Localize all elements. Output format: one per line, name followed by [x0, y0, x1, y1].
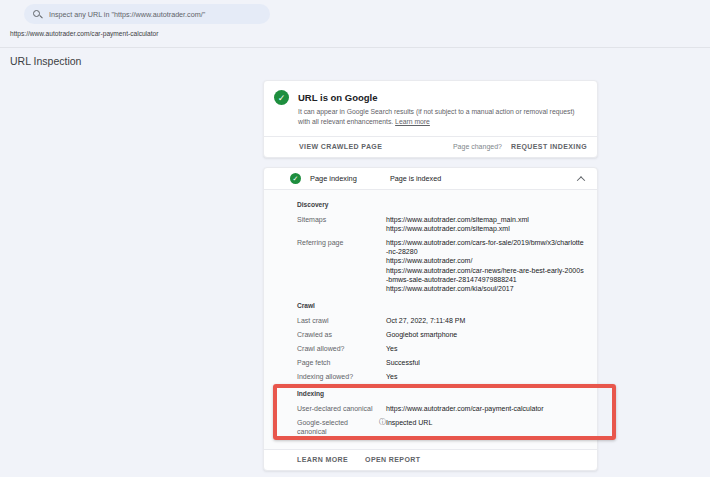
crawl-allowed-row: Crawl allowed? Yes	[297, 344, 585, 353]
user-declared-canonical-label: User-declared canonical	[297, 404, 386, 413]
learn-more-button[interactable]: LEARN MORE	[297, 456, 348, 463]
page-fetch-label: Page fetch	[297, 358, 386, 367]
request-indexing-button[interactable]: REQUEST INDEXING	[511, 143, 587, 150]
page-fetch-row: Page fetch Successful	[297, 358, 585, 367]
verdict-description: It can appear in Google Search results (…	[298, 107, 576, 126]
crawl-allowed-value: Yes	[386, 344, 397, 353]
referring-page-label: Referring page	[297, 238, 386, 293]
open-report-button[interactable]: OPEN REPORT	[365, 456, 420, 463]
indexing-section: Indexing User-declared canonical https:/…	[297, 390, 585, 436]
referring-url: https://www.autotrader.com/	[386, 256, 585, 265]
crawled-as-label: Crawled as	[297, 330, 386, 339]
sitemaps-row: Sitemaps https://www.autotrader.com/site…	[297, 215, 585, 233]
user-declared-canonical-value: https://www.autotrader.com/car-payment-c…	[386, 404, 544, 413]
sitemap-url: https://www.autotrader.com/sitemap.xml	[386, 224, 529, 233]
breadcrumb: https://www.autotrader.com/car-payment-c…	[10, 30, 158, 37]
page-indexing-footer: LEARN MORE OPEN REPORT	[264, 449, 597, 470]
page-indexing-title: Page indexing	[310, 174, 390, 183]
referring-url: https://www.autotrader.com/car-news/here…	[386, 266, 585, 284]
indexing-section-header: Indexing	[297, 390, 585, 397]
search-icon	[33, 10, 42, 19]
crawled-as-row: Crawled as Googlebot smartphone	[297, 330, 585, 339]
referring-url: https://www.autotrader.com/kia/soul/2017	[386, 284, 585, 293]
google-selected-canonical-label: Google-selected canonical ⓘ	[297, 418, 386, 436]
indexing-allowed-row: Indexing allowed? Yes	[297, 372, 585, 381]
page-fetch-value: Successful	[386, 358, 420, 367]
verdict-header: ✓ URL is on Google It can appear in Goog…	[264, 81, 597, 136]
verdict-card: ✓ URL is on Google It can appear in Goog…	[263, 80, 598, 158]
referring-page-row: Referring page https://www.autotrader.co…	[297, 238, 585, 293]
page-title: URL Inspection	[10, 55, 81, 67]
referring-url: https://www.autotrader.com/cars-for-sale…	[386, 238, 585, 256]
page-indexing-header[interactable]: ✓ Page indexing Page is indexed	[264, 168, 597, 189]
verdict-footer: VIEW CRAWLED PAGE Page changed? REQUEST …	[264, 136, 597, 157]
view-crawled-page-button[interactable]: VIEW CRAWLED PAGE	[299, 143, 382, 150]
indexing-allowed-label: Indexing allowed?	[297, 372, 386, 381]
verdict-title: URL is on Google	[298, 92, 576, 103]
top-divider	[0, 47, 710, 48]
verdict-text: URL is on Google It can appear in Google…	[298, 90, 576, 126]
url-inspection-screen: https://www.autotrader.com/car-payment-c…	[0, 0, 710, 477]
indexing-allowed-value: Yes	[386, 372, 397, 381]
page-indexing-status: Page is indexed	[390, 174, 441, 183]
last-crawl-value: Oct 27, 2022, 7:11:48 PM	[386, 316, 465, 325]
sitemaps-label: Sitemaps	[297, 215, 386, 233]
verdict-footer-right: Page changed? REQUEST INDEXING	[453, 143, 587, 150]
check-circle-icon: ✓	[274, 90, 289, 105]
url-inspect-search-bar[interactable]	[24, 4, 270, 24]
chevron-up-icon[interactable]	[577, 176, 585, 184]
google-selected-canonical-value: Inspected URL	[386, 418, 432, 436]
crawl-section-header: Crawl	[297, 302, 585, 309]
verdict-description-text: It can appear in Google Search results (…	[298, 108, 575, 125]
learn-more-link[interactable]: Learn more	[395, 118, 430, 125]
check-circle-icon: ✓	[290, 173, 301, 184]
sitemap-url: https://www.autotrader.com/sitemap_main.…	[386, 215, 529, 224]
info-icon[interactable]: ⓘ	[379, 418, 386, 425]
page-indexing-card: ✓ Page indexing Page is indexed Discover…	[263, 167, 598, 471]
user-declared-canonical-row: User-declared canonical https://www.auto…	[297, 404, 585, 413]
page-changed-label: Page changed?	[453, 143, 502, 150]
crawled-as-value: Googlebot smartphone	[386, 330, 457, 339]
main-column: ✓ URL is on Google It can appear in Goog…	[263, 80, 598, 477]
referring-page-value: https://www.autotrader.com/cars-for-sale…	[386, 238, 585, 293]
page-indexing-body: Discovery Sitemaps https://www.autotrade…	[264, 189, 597, 449]
discovery-section-header: Discovery	[297, 201, 585, 208]
google-selected-canonical-row: Google-selected canonical ⓘ Inspected UR…	[297, 418, 585, 436]
last-crawl-label: Last crawl	[297, 316, 386, 325]
sitemaps-value: https://www.autotrader.com/sitemap_main.…	[386, 215, 529, 233]
google-selected-canonical-label-text: Google-selected canonical	[297, 418, 376, 436]
crawl-allowed-label: Crawl allowed?	[297, 344, 386, 353]
search-input[interactable]	[49, 10, 261, 19]
last-crawl-row: Last crawl Oct 27, 2022, 7:11:48 PM	[297, 316, 585, 325]
